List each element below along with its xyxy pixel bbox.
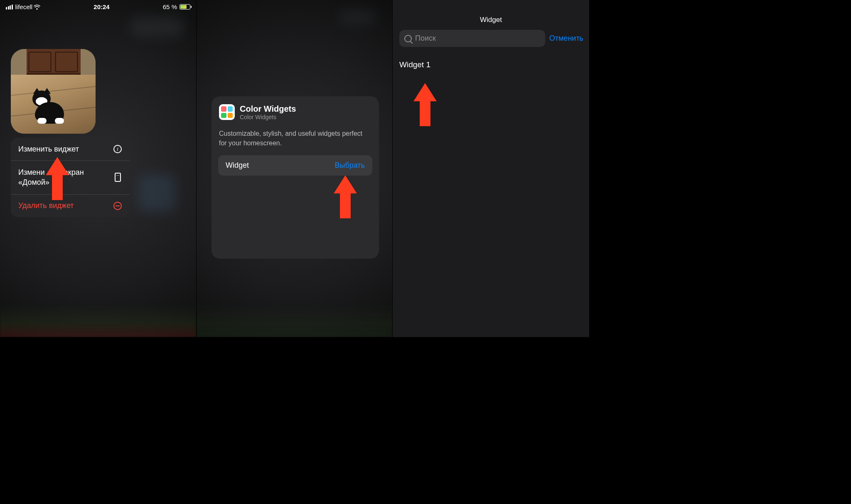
remove-icon bbox=[113, 201, 122, 210]
widget-select-row[interactable]: Widget Выбрать bbox=[218, 155, 372, 176]
widget-preview-image[interactable] bbox=[11, 49, 96, 134]
search-placeholder: Поиск bbox=[415, 34, 436, 43]
annotation-arrow-icon bbox=[46, 157, 69, 200]
sheet-title: Widget bbox=[393, 0, 589, 30]
choose-button[interactable]: Выбрать bbox=[334, 161, 365, 170]
cancel-button[interactable]: Отменить bbox=[549, 34, 583, 43]
screenshot-panel-1: lifecell 20:24 65 % ⚡ Изменить виджет bbox=[0, 0, 197, 337]
status-time: 20:24 bbox=[93, 3, 109, 10]
edit-widget-label: Изменить виджет bbox=[18, 145, 79, 154]
status-left: lifecell bbox=[6, 3, 40, 10]
status-bar: lifecell 20:24 65 % ⚡ bbox=[0, 0, 196, 10]
dock-blur bbox=[0, 304, 196, 337]
edit-widget-item[interactable]: Изменить виджет i bbox=[11, 138, 130, 161]
delete-widget-label: Удалить виджет bbox=[18, 201, 74, 210]
search-input[interactable]: Поиск bbox=[399, 30, 545, 47]
wifi-icon bbox=[34, 5, 40, 10]
battery-icon: ⚡ bbox=[180, 4, 190, 10]
edit-home-item[interactable]: Измени экран «Домой» bbox=[11, 161, 130, 195]
status-right: 65 % ⚡ bbox=[163, 3, 190, 10]
screenshot-panel-3: Widget Поиск Отменить Widget 1 bbox=[393, 0, 589, 337]
battery-percentage: 65 % bbox=[163, 3, 177, 10]
screenshot-panel-2: Color Widgets Color Widgets Customizable… bbox=[197, 0, 393, 337]
annotation-arrow-icon bbox=[334, 175, 357, 218]
app-subtitle: Color Widgets bbox=[240, 114, 296, 120]
phone-grid-icon bbox=[113, 173, 122, 182]
info-icon: i bbox=[113, 144, 122, 154]
widget-list-item[interactable]: Widget 1 bbox=[393, 53, 589, 77]
app-description: Customizable, stylish, and useful widget… bbox=[212, 124, 379, 155]
svg-point-0 bbox=[37, 8, 38, 9]
color-widgets-app-icon bbox=[219, 104, 235, 120]
dock-blur bbox=[197, 304, 392, 337]
app-title: Color Widgets bbox=[240, 104, 296, 114]
search-icon bbox=[404, 35, 412, 42]
cellular-signal-icon bbox=[6, 5, 13, 10]
annotation-arrow-icon bbox=[413, 83, 437, 126]
widget-context-menu: Изменить виджет i Измени экран «Домой» У… bbox=[11, 138, 130, 217]
delete-widget-item[interactable]: Удалить виджет bbox=[11, 195, 130, 217]
carrier-label: lifecell bbox=[15, 3, 33, 10]
widget-row-label: Widget bbox=[226, 161, 249, 170]
search-row: Поиск Отменить bbox=[393, 30, 589, 53]
